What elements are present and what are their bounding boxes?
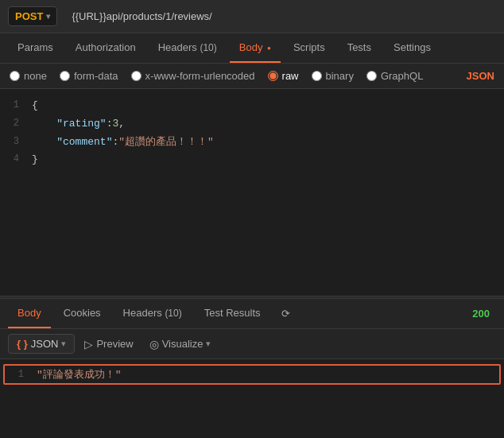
code-line-3: 3 "comment":"超讚的產品！！！" [0,134,504,152]
method-selector[interactable]: POST ▾ [8,6,57,26]
code-line-1: 1 { [0,97,504,115]
response-status-code: 200 [472,308,496,320]
option-graphql[interactable]: GraphQL [366,70,423,82]
radio-raw[interactable] [268,71,278,81]
tab-settings[interactable]: Settings [384,33,440,63]
response-tab-body[interactable]: Body [8,299,51,328]
preview-button[interactable]: ▷ Preview [78,335,139,354]
option-binary[interactable]: binary [312,70,354,82]
response-body-area: 1 "評論發表成功！" [0,359,504,390]
body-options-row: none form-data x-www-form-urlencoded raw… [0,64,504,89]
code-line-4: 4 } [0,151,504,169]
response-tabs: Body Cookies Headers (10) Test Results ⟳… [0,299,504,329]
preview-button-label: Preview [96,338,133,350]
request-tabs: Params Authorization Headers (10) Body ●… [0,33,504,64]
url-input-display[interactable]: {{URL}} api/products/1/reviews/ [64,6,496,26]
radio-graphql[interactable] [366,71,377,81]
json-format-label[interactable]: JSON [467,70,494,82]
response-tab-test-results[interactable]: Test Results [195,299,270,328]
method-arrow-icon: ▾ [46,12,50,21]
tab-body[interactable]: Body ● [230,33,281,63]
body-dot-indicator: ● [267,45,271,52]
response-toolbar: { } JSON ▾ ▷ Preview ◎ Visualize ▾ [0,329,504,359]
json-format-button[interactable]: { } JSON ▾ [8,334,75,354]
response-tab-headers[interactable]: Headers (10) [114,299,192,328]
visualize-button-label: Visualize [162,338,204,350]
response-value: "評論發表成功！" [37,367,122,382]
tab-authorization[interactable]: Authorization [66,33,145,63]
radio-urlencoded[interactable] [131,71,142,81]
visualize-dropdown-arrow-icon: ▾ [206,339,211,349]
tab-tests[interactable]: Tests [338,33,381,63]
visualize-button[interactable]: ◎ Visualize ▾ [143,335,218,354]
url-path-part: api/products/1/reviews/ [107,10,212,22]
response-tab-cookies[interactable]: Cookies [54,299,110,328]
preview-icon: ▷ [84,338,93,351]
response-history-icon[interactable]: ⟳ [273,301,298,326]
response-line-1: 1 "評論發表成功！" [3,364,501,385]
method-label: POST [15,10,43,22]
url-bar: POST ▾ {{URL}} api/products/1/reviews/ [0,0,504,33]
option-form-data[interactable]: form-data [60,70,118,82]
option-x-www-form-urlencoded[interactable]: x-www-form-urlencoded [131,70,255,82]
radio-none[interactable] [10,71,20,81]
visualize-icon: ◎ [149,338,159,351]
tab-scripts[interactable]: Scripts [284,33,335,63]
json-format-button-label: JSON [31,338,59,350]
tab-params[interactable]: Params [8,33,63,63]
url-template-part: {{URL}} [72,10,106,22]
radio-form-data[interactable] [60,71,70,81]
tab-headers[interactable]: Headers (10) [149,33,227,63]
option-raw[interactable]: raw [268,70,299,82]
json-dropdown-arrow-icon: ▾ [61,339,66,349]
request-body-editor[interactable]: 1 { 2 "rating":3, 3 "comment":"超讚的產品！！！"… [0,89,504,296]
brace-icon: { } [17,338,28,350]
radio-binary[interactable] [312,71,322,81]
code-line-2: 2 "rating":3, [0,115,504,134]
option-none[interactable]: none [10,70,47,82]
